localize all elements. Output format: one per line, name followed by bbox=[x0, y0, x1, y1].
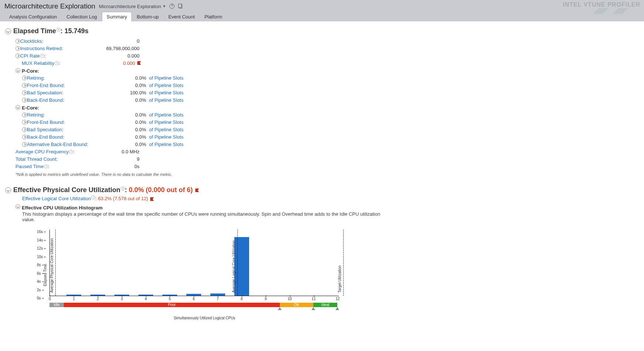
metric-value: 0.000 bbox=[95, 53, 140, 59]
metric-label[interactable]: Retiring bbox=[27, 112, 44, 118]
ecore-label: E-Core: bbox=[22, 105, 39, 111]
colon: : bbox=[73, 149, 75, 154]
phys-util-value: 0.0% (0.000 out of 6) bbox=[129, 186, 193, 194]
expand-icon[interactable] bbox=[22, 83, 27, 88]
metric-label[interactable]: Back-End Bound bbox=[27, 97, 63, 103]
help-icon[interactable]: ? bbox=[91, 195, 95, 199]
metric-label[interactable]: CPI Rate bbox=[20, 53, 40, 59]
zone-handle[interactable] bbox=[278, 307, 282, 312]
expand-icon[interactable] bbox=[22, 76, 27, 80]
brand-logo: INTEL VTUNE PROFILER bbox=[563, 1, 640, 8]
reference-line bbox=[343, 230, 344, 296]
zone-poor: Poor bbox=[64, 303, 280, 307]
tab-collection-log[interactable]: Collection Log bbox=[62, 12, 101, 21]
metric-value: 0 bbox=[95, 38, 140, 44]
expand-icon[interactable] bbox=[22, 112, 27, 117]
metric-unit[interactable]: of Pipeline Slots bbox=[149, 97, 193, 103]
help-icon[interactable]: ? bbox=[169, 4, 175, 9]
colon: : bbox=[44, 75, 45, 81]
metric-label[interactable]: MUX Reliability bbox=[22, 60, 54, 66]
copy-icon[interactable] bbox=[178, 4, 184, 9]
metric-unit[interactable]: of Pipeline Slots bbox=[149, 119, 193, 125]
colon: : bbox=[62, 127, 63, 132]
metric-label[interactable]: Clockticks bbox=[20, 38, 42, 44]
expand-icon[interactable] bbox=[22, 142, 27, 147]
metric-unit[interactable]: of Pipeline Slots bbox=[149, 142, 193, 147]
metric-label[interactable]: Alternative Back-End Bound bbox=[27, 142, 87, 147]
expand-icon[interactable] bbox=[16, 46, 20, 51]
collapse-icon[interactable] bbox=[16, 204, 20, 209]
y-tick: 4s bbox=[37, 279, 41, 284]
metric-value: 100.0% bbox=[113, 90, 146, 95]
x-tick: 0 bbox=[49, 297, 51, 301]
zone-handle[interactable] bbox=[311, 307, 315, 312]
metric-value: 0.0% bbox=[113, 142, 146, 147]
tab-analysis-configuration[interactable]: Analysis Configuration bbox=[4, 12, 62, 21]
x-tick: 7 bbox=[217, 297, 219, 301]
x-tick: 5 bbox=[169, 297, 171, 301]
metric-label[interactable]: Bad Speculation bbox=[27, 127, 62, 132]
collapse-icon[interactable] bbox=[16, 68, 20, 73]
metric-label[interactable]: Retiring bbox=[27, 75, 44, 81]
zone-handle[interactable] bbox=[335, 307, 339, 312]
breadcrumb[interactable]: Microarchitecture Exploration ▼ bbox=[99, 4, 166, 9]
y-tick: 14s bbox=[37, 238, 43, 242]
collapse-icon[interactable] bbox=[16, 105, 20, 110]
x-tick: 8 bbox=[241, 297, 243, 301]
expand-icon[interactable] bbox=[22, 98, 27, 102]
tab-summary[interactable]: Summary bbox=[102, 12, 132, 21]
colon: : bbox=[44, 112, 45, 118]
tab-event-count[interactable]: Event Count bbox=[163, 12, 200, 21]
metric-unit[interactable]: of Pipeline Slots bbox=[149, 112, 193, 118]
collapse-icon[interactable] bbox=[5, 187, 11, 193]
x-tick: 4 bbox=[145, 297, 147, 301]
help-icon[interactable]: ? bbox=[40, 54, 44, 58]
help-icon[interactable]: ? bbox=[56, 28, 61, 32]
elapsed-time-label: Elapsed Time bbox=[13, 27, 56, 35]
metric-unit[interactable]: of Pipeline Slots bbox=[149, 83, 193, 88]
y-tick: 8s bbox=[37, 263, 41, 267]
metric-label[interactable]: Back-End Bound bbox=[27, 134, 63, 140]
x-tick: 2 bbox=[97, 297, 99, 301]
colon: : bbox=[125, 186, 129, 194]
metric-unit[interactable]: of Pipeline Slots bbox=[149, 75, 193, 81]
reference-label: Average Logical Core Utilization bbox=[232, 240, 236, 293]
help-icon[interactable]: ? bbox=[55, 61, 59, 65]
expand-icon[interactable] bbox=[22, 127, 27, 132]
header: Microarchitecture Exploration Microarchi… bbox=[0, 0, 644, 21]
tab-bottom-up[interactable]: Bottom-up bbox=[132, 12, 163, 21]
help-icon[interactable]: ? bbox=[44, 164, 48, 168]
pcore-label: P-Core: bbox=[22, 68, 39, 74]
expand-icon[interactable] bbox=[22, 120, 27, 125]
metric-label[interactable]: Total Thread Count bbox=[16, 156, 56, 162]
metric-unit[interactable]: of Pipeline Slots bbox=[149, 134, 193, 140]
metric-label[interactable]: Front-End Bound bbox=[27, 83, 63, 88]
expand-icon[interactable] bbox=[22, 90, 27, 95]
x-tick: 11 bbox=[311, 297, 316, 301]
collapse-icon[interactable] bbox=[5, 28, 11, 34]
metric-label[interactable]: Paused Time bbox=[16, 164, 44, 169]
footnote: *N/A is applied to metrics with undefine… bbox=[16, 172, 639, 177]
metric-value: 0.0% bbox=[113, 134, 146, 140]
metric-value: 0.000 bbox=[91, 60, 135, 66]
help-icon[interactable]: ? bbox=[69, 150, 73, 154]
chevron-down-icon: ▼ bbox=[162, 4, 166, 8]
metric-unit[interactable]: of Pipeline Slots bbox=[149, 90, 193, 95]
logical-util-label[interactable]: Effective Logical Core Utilization bbox=[22, 196, 91, 201]
expand-icon[interactable] bbox=[22, 135, 27, 139]
expand-icon[interactable] bbox=[16, 39, 20, 44]
expand-icon[interactable] bbox=[16, 53, 20, 58]
tab-platform[interactable]: Platform bbox=[200, 12, 227, 21]
x-tick: 10 bbox=[287, 297, 292, 301]
help-icon[interactable]: ? bbox=[121, 187, 125, 191]
metric-label[interactable]: Front-End Bound bbox=[27, 119, 63, 125]
flag-icon bbox=[150, 197, 154, 201]
metric-label[interactable]: Instructions Retired bbox=[20, 46, 62, 51]
metric-label[interactable]: Bad Speculation bbox=[27, 90, 62, 95]
reference-label: Average Physical Core Utilization bbox=[50, 239, 54, 293]
metric-value: 0s bbox=[95, 164, 140, 169]
metric-value: 69,798,000,000 bbox=[95, 46, 140, 51]
metric-unit[interactable]: of Pipeline Slots bbox=[149, 127, 193, 132]
y-tick: 6s bbox=[37, 271, 41, 275]
metric-label[interactable]: Average CPU Frequency bbox=[16, 149, 69, 154]
